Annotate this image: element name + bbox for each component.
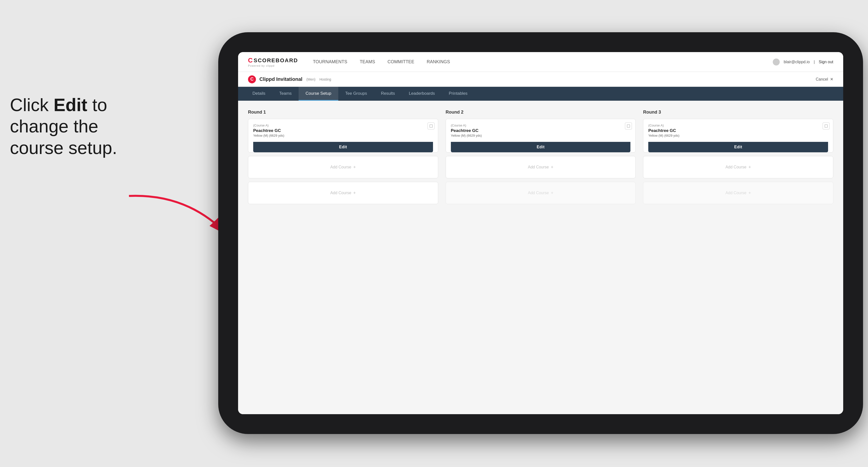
round-2-delete-btn[interactable]: ☐ — [625, 123, 632, 129]
round-3-add-course-2: Add Course + — [643, 182, 833, 204]
round-3-edit-button[interactable]: Edit — [648, 142, 828, 152]
round-3-course-details: Yellow (M) (6629 yds) — [648, 134, 828, 137]
nav-tournaments[interactable]: TOURNAMENTS — [313, 59, 347, 64]
round-2-add-plus-1: + — [551, 165, 554, 170]
round-1-add-course-2-label: Add Course — [330, 191, 351, 195]
user-avatar — [773, 59, 780, 65]
user-email: blair@clippd.io — [784, 60, 810, 64]
cancel-label[interactable]: Cancel — [816, 77, 828, 82]
round-2-add-plus-2: + — [551, 190, 554, 196]
round-3-add-plus-1: + — [748, 165, 751, 170]
round-2-edit-button[interactable]: Edit — [451, 142, 631, 152]
nav-rankings[interactable]: RANKINGS — [427, 59, 450, 64]
gender-badge: (Men) — [306, 77, 315, 81]
round-2-add-course-2: Add Course + — [446, 182, 636, 204]
logo-title: SCOREBOARD — [254, 57, 298, 64]
instruction-text: Click Edit tochange thecourse setup. — [10, 94, 154, 158]
round-3-course-card: ☐ (Course A) Peachtree GC Yellow (M) (66… — [643, 119, 833, 153]
nav-committee[interactable]: COMMITTEE — [388, 59, 414, 64]
round-3-course-name: Peachtree GC — [648, 128, 828, 133]
round-2-course-details: Yellow (M) (6629 yds) — [451, 134, 631, 137]
round-2-course-label: (Course A) — [451, 124, 631, 127]
tab-teams[interactable]: Teams — [272, 87, 299, 101]
round-3-delete-btn[interactable]: ☐ — [823, 123, 830, 129]
close-icon[interactable]: ✕ — [830, 77, 833, 82]
tablet-screen: C SCOREBOARD Powered by clippd TOURNAMEN… — [238, 52, 843, 414]
bold-edit: Edit — [54, 95, 87, 115]
rounds-grid: Round 1 ☐ (Course A) Peachtree GC Yellow… — [248, 110, 833, 208]
round-1-title: Round 1 — [248, 110, 438, 115]
instruction-area: Click Edit tochange thecourse setup. — [10, 94, 154, 158]
round-1-add-plus-1: + — [353, 165, 356, 170]
tablet-device: C SCOREBOARD Powered by clippd TOURNAMEN… — [218, 32, 863, 434]
top-nav: C SCOREBOARD Powered by clippd TOURNAMEN… — [238, 52, 843, 72]
nav-right: blair@clippd.io | Sign out — [773, 59, 833, 65]
round-2-title: Round 2 — [446, 110, 636, 115]
tab-course-setup[interactable]: Course Setup — [299, 87, 338, 101]
round-1-col: Round 1 ☐ (Course A) Peachtree GC Yellow… — [248, 110, 438, 208]
tab-bar: Details Teams Course Setup Tee Groups Re… — [238, 87, 843, 101]
round-1-add-plus-2: + — [353, 190, 356, 196]
round-3-add-course-1[interactable]: Add Course + — [643, 156, 833, 178]
round-3-course-label: (Course A) — [648, 124, 828, 127]
cancel-area[interactable]: Cancel ✕ — [816, 77, 833, 82]
round-1-add-course-2[interactable]: Add Course + — [248, 182, 438, 204]
round-1-add-course-1-label: Add Course — [330, 165, 351, 169]
round-2-add-course-1[interactable]: Add Course + — [446, 156, 636, 178]
round-3-add-course-1-label: Add Course — [725, 165, 746, 169]
round-3-add-course-2-label: Add Course — [725, 191, 746, 195]
tab-printables[interactable]: Printables — [442, 87, 475, 101]
tab-details[interactable]: Details — [246, 87, 272, 101]
round-1-edit-button[interactable]: Edit — [253, 142, 433, 152]
round-2-course-name: Peachtree GC — [451, 128, 631, 133]
tab-results[interactable]: Results — [374, 87, 402, 101]
sub-header: C Clippd Invitational (Men) Hosting Canc… — [238, 72, 843, 87]
nav-teams[interactable]: TEAMS — [360, 59, 375, 64]
round-1-course-name: Peachtree GC — [253, 128, 433, 133]
separator: | — [814, 60, 815, 64]
round-1-course-label: (Course A) — [253, 124, 433, 127]
tab-tee-groups[interactable]: Tee Groups — [338, 87, 374, 101]
round-3-col: Round 3 ☐ (Course A) Peachtree GC Yellow… — [643, 110, 833, 208]
round-3-title: Round 3 — [643, 110, 833, 115]
sign-out-link[interactable]: Sign out — [819, 60, 833, 64]
main-content: Round 1 ☐ (Course A) Peachtree GC Yellow… — [238, 101, 843, 414]
round-2-course-card: ☐ (Course A) Peachtree GC Yellow (M) (66… — [446, 119, 636, 153]
round-1-add-course-1[interactable]: Add Course + — [248, 156, 438, 178]
logo-area: C SCOREBOARD Powered by clippd — [248, 57, 298, 67]
round-1-delete-btn[interactable]: ☐ — [428, 123, 434, 129]
tab-leaderboards[interactable]: Leaderboards — [402, 87, 442, 101]
tournament-name: Clippd Invitational — [259, 76, 302, 82]
round-2-col: Round 2 ☐ (Course A) Peachtree GC Yellow… — [446, 110, 636, 208]
round-1-course-card: ☐ (Course A) Peachtree GC Yellow (M) (66… — [248, 119, 438, 153]
nav-links: TOURNAMENTS TEAMS COMMITTEE RANKINGS — [313, 59, 773, 64]
round-3-add-plus-2: + — [748, 190, 751, 196]
logo-subtitle: Powered by clippd — [248, 64, 298, 67]
tournament-icon: C — [248, 75, 256, 83]
hosting-badge: Hosting — [319, 77, 331, 81]
round-1-course-details: Yellow (M) (6629 yds) — [253, 134, 433, 137]
round-2-add-course-1-label: Add Course — [528, 165, 549, 169]
logo-icon: C — [248, 57, 253, 64]
round-2-add-course-2-label: Add Course — [528, 191, 549, 195]
